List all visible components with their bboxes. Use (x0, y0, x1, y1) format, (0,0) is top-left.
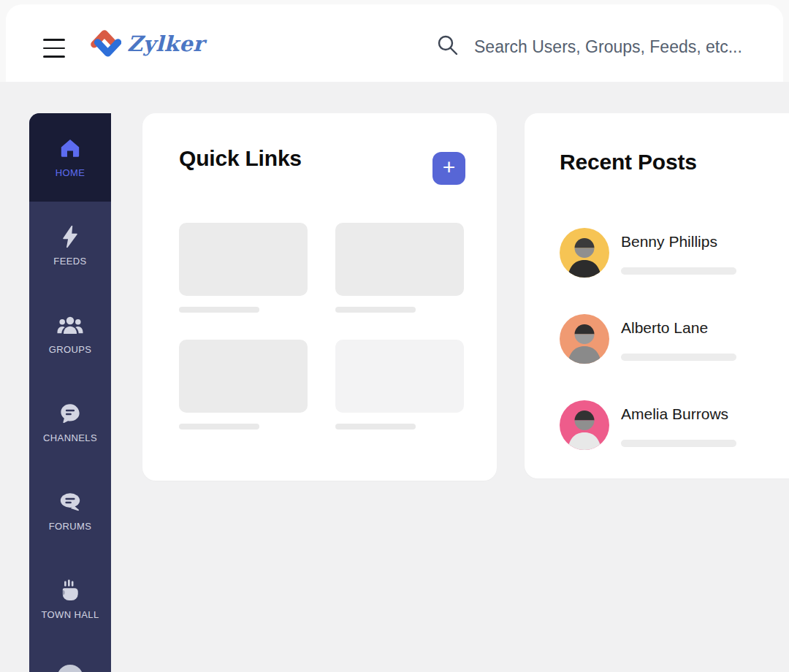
sidebar-item-label: FORUMS (49, 521, 92, 532)
recent-post-item[interactable]: Benny Phillips (560, 228, 736, 278)
avatar (560, 314, 609, 364)
sidebar-item-home[interactable]: HOME (29, 113, 111, 202)
search-placeholder-text: Search Users, Groups, Feeds, etc... (474, 37, 742, 57)
menu-button[interactable] (40, 37, 68, 59)
raised-hand-icon (60, 579, 80, 602)
post-author-name: Amelia Burrows (621, 405, 736, 424)
sidebar-item-label: TOWN HALL (41, 609, 99, 620)
quick-links-card: Quick Links + (142, 113, 497, 481)
sidebar-item-label: CHANNELS (43, 432, 97, 443)
sidebar-item-town-hall[interactable]: TOWN HALL (29, 555, 111, 644)
post-text-skeleton (621, 267, 736, 275)
recent-posts-card: Recent Posts Benny Phillips (525, 113, 789, 478)
recent-posts-title: Recent Posts (560, 150, 697, 175)
quick-link-placeholder[interactable] (179, 340, 308, 429)
post-text-skeleton (621, 440, 736, 447)
home-icon (59, 137, 81, 160)
recent-post-item[interactable]: Amelia Burrows (560, 400, 736, 450)
chat-bubble-icon (58, 490, 82, 513)
post-author-name: Alberto Lane (621, 318, 736, 337)
global-search[interactable]: Search Users, Groups, Feeds, etc... (436, 34, 742, 60)
recent-post-item[interactable]: Alberto Lane (560, 314, 736, 364)
sidebar-item-label: HOME (56, 167, 85, 178)
quick-links-title: Quick Links (179, 146, 302, 171)
zylker-logo[interactable]: Zylker (86, 25, 205, 63)
post-text-skeleton (621, 354, 736, 361)
avatar (560, 228, 609, 278)
quick-link-placeholder[interactable] (335, 340, 464, 429)
zylker-logo-icon (86, 25, 121, 63)
quick-link-placeholder[interactable] (179, 223, 308, 313)
add-quick-link-button[interactable]: + (432, 152, 465, 185)
bolt-icon (61, 225, 80, 248)
sidebar: HOME FEEDS GROUPS (29, 113, 111, 672)
people-icon (57, 313, 83, 337)
sidebar-item-channels[interactable]: CHANNELS (29, 378, 111, 467)
quick-link-placeholder[interactable] (335, 223, 464, 313)
sidebar-item-groups[interactable]: GROUPS (29, 290, 111, 378)
sidebar-item-feeds[interactable]: FEEDS (29, 202, 111, 290)
next-item-icon-partial (57, 665, 83, 672)
logo-wordmark: Zylker (127, 31, 205, 56)
post-author-name: Benny Phillips (621, 232, 736, 251)
avatar (560, 400, 609, 450)
sidebar-item-label: FEEDS (53, 256, 86, 267)
chat-lines-icon (59, 402, 81, 425)
sidebar-item-forums[interactable]: FORUMS (29, 467, 111, 555)
search-icon (436, 34, 460, 60)
app-header: Zylker Search Users, Groups, Feeds, etc.… (6, 4, 783, 82)
recent-posts-list: Benny Phillips Alberto Lane (560, 228, 736, 450)
sidebar-item-label: GROUPS (49, 344, 92, 355)
quick-links-grid (179, 223, 464, 429)
